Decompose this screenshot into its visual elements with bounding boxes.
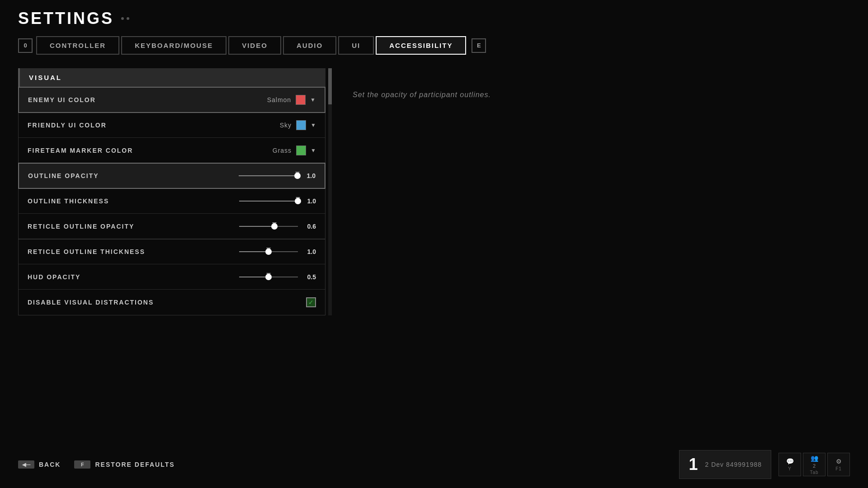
section-header: VISUAL: [18, 68, 326, 87]
friendly-ui-color-value: Sky: [280, 122, 292, 129]
fireteam-marker-color-value-area: Grass ▼: [273, 145, 316, 155]
settings-key: F1: [835, 466, 842, 471]
outline-opacity-slider-container: 1.0: [239, 172, 316, 179]
scrollbar[interactable]: [328, 68, 332, 315]
title-text: SETTINGS: [18, 9, 114, 28]
back-button[interactable]: ◀— Back: [18, 460, 61, 469]
hud-icons: 💬 Y 👥 2 Tab ⚙ F1: [778, 453, 850, 476]
restore-defaults-button[interactable]: F Restore Defaults: [74, 460, 175, 469]
dot-1: [121, 17, 124, 20]
main-content: VISUAL ENEMY UI COLOR Salmon ▼ FRIENDLY …: [18, 68, 850, 315]
chat-key: Y: [788, 466, 792, 471]
setting-reticle-outline-thickness[interactable]: RETICLE OUTLINE THICKNESS 1.0: [19, 239, 325, 264]
back-key-icon: ◀—: [18, 460, 34, 469]
title-decoration: [121, 17, 129, 20]
restore-key-icon: F: [74, 460, 90, 469]
friendly-ui-color-label: FRIENDLY UI COLOR: [28, 122, 107, 129]
bottom-actions: ◀— Back F Restore Defaults: [18, 460, 175, 469]
tab-ui[interactable]: UI: [338, 36, 374, 55]
tab-keyboard-mouse[interactable]: KEYBOARD/MOUSE: [121, 36, 226, 55]
setting-hud-opacity[interactable]: HUD OPACITY 0.5: [19, 264, 325, 290]
setting-fireteam-marker-color[interactable]: FIRETEAM MARKER COLOR Grass ▼: [19, 138, 325, 163]
players-badge: 2: [813, 463, 816, 469]
disable-visual-distractions-label: DISABLE VISUAL DISTRACTIONS: [28, 299, 154, 306]
tabs-row: 0 CONTROLLER KEYBOARD/MOUSE VIDEO AUDIO …: [18, 36, 850, 55]
hud-opacity-value: 0.5: [303, 273, 316, 281]
enemy-ui-color-arrow: ▼: [310, 97, 316, 103]
tab-audio[interactable]: AUDIO: [283, 36, 336, 55]
players-key: Tab: [810, 470, 818, 475]
setting-disable-visual-distractions[interactable]: DISABLE VISUAL DISTRACTIONS ✓: [19, 290, 325, 315]
reticle-outline-opacity-thumb[interactable]: [271, 223, 278, 230]
restore-defaults-label: Restore Defaults: [95, 461, 175, 468]
fireteam-marker-color-arrow: ▼: [311, 147, 316, 154]
fireteam-marker-color-value: Grass: [273, 147, 292, 154]
reticle-outline-thickness-thumb[interactable]: [265, 249, 272, 255]
hud-opacity-label: HUD OPACITY: [28, 273, 80, 281]
hud-opacity-slider-container: 0.5: [239, 273, 316, 281]
reticle-outline-opacity-fill: [239, 226, 274, 227]
fireteam-marker-color-swatch: [296, 145, 306, 155]
settings-panel: VISUAL ENEMY UI COLOR Salmon ▼ FRIENDLY …: [18, 68, 326, 315]
reticle-outline-opacity-label: RETICLE OUTLINE OPACITY: [28, 223, 134, 230]
tab-accessibility[interactable]: ACCESSIBILITY: [376, 36, 466, 55]
player-id: 2 Dev 849991988: [705, 461, 762, 468]
disable-visual-distractions-checkbox[interactable]: ✓: [306, 297, 316, 307]
hud-icon-players[interactable]: 👥 2 Tab: [803, 453, 826, 476]
checkbox-checkmark: ✓: [308, 299, 314, 306]
reticle-outline-thickness-fill: [239, 251, 269, 252]
outline-thickness-thumb[interactable]: [295, 198, 301, 204]
bottom-right: 1 2 Dev 849991988 💬 Y 👥 2 Tab ⚙ F1: [679, 450, 850, 479]
enemy-ui-color-value: Salmon: [267, 96, 291, 103]
tab-controller[interactable]: CONTROLLER: [36, 36, 119, 55]
tab-badge-right: E: [472, 38, 486, 53]
disable-visual-distractions-checkbox-container: ✓: [306, 297, 316, 307]
gear-icon: ⚙: [836, 458, 842, 465]
setting-outline-thickness[interactable]: OUTLINE THICKNESS 1.0: [19, 188, 325, 214]
enemy-ui-color-swatch: [296, 95, 306, 105]
reticle-outline-thickness-slider-container: 1.0: [239, 248, 316, 255]
outline-opacity-thumb[interactable]: [294, 173, 301, 179]
hud-icon-chat[interactable]: 💬 Y: [778, 453, 801, 476]
scrollbar-thumb[interactable]: [328, 68, 332, 104]
players-icon: 👥: [811, 455, 818, 462]
description-panel: Set the opacity of participant outlines.: [353, 68, 850, 315]
setting-friendly-ui-color[interactable]: FRIENDLY UI COLOR Sky ▼: [19, 113, 325, 138]
setting-enemy-ui-color[interactable]: ENEMY UI COLOR Salmon ▼: [19, 87, 325, 113]
setting-reticle-outline-opacity[interactable]: RETICLE OUTLINE OPACITY 0.6: [19, 214, 325, 239]
reticle-outline-opacity-track[interactable]: [239, 226, 298, 227]
hud-icon-settings[interactable]: ⚙ F1: [827, 453, 850, 476]
bottom-bar: ◀— Back F Restore Defaults 1 2 Dev 84999…: [18, 450, 850, 479]
section-label: VISUAL: [29, 74, 62, 81]
player-number: 1: [689, 455, 698, 474]
reticle-outline-thickness-label: RETICLE OUTLINE THICKNESS: [28, 248, 145, 255]
reticle-outline-thickness-track[interactable]: [239, 251, 298, 252]
setting-outline-opacity[interactable]: OUTLINE OPACITY 1.0: [19, 163, 325, 188]
friendly-ui-color-arrow: ▼: [311, 122, 316, 128]
dot-2: [127, 17, 129, 20]
outline-thickness-fill: [239, 201, 298, 202]
reticle-outline-opacity-value: 0.6: [303, 223, 316, 230]
outline-opacity-fill: [239, 175, 297, 176]
enemy-ui-color-value-area: Salmon ▼: [267, 95, 316, 105]
outline-thickness-value: 1.0: [303, 197, 316, 205]
outline-opacity-value: 1.0: [303, 172, 316, 179]
tab-video[interactable]: VIDEO: [228, 36, 281, 55]
tab-badge-left: 0: [18, 38, 33, 53]
outline-opacity-label: OUTLINE OPACITY: [28, 172, 99, 179]
outline-opacity-track[interactable]: [239, 175, 297, 176]
back-label: Back: [39, 461, 61, 468]
hud-opacity-fill: [239, 277, 269, 277]
outline-thickness-track[interactable]: [239, 201, 298, 202]
friendly-ui-color-swatch: [296, 120, 306, 130]
player-info: 1 2 Dev 849991988: [679, 450, 771, 479]
description-text: Set the opacity of participant outlines.: [353, 91, 491, 99]
outline-thickness-slider-container: 1.0: [239, 197, 316, 205]
fireteam-marker-color-label: FIRETEAM MARKER COLOR: [28, 147, 133, 154]
hud-opacity-track[interactable]: [239, 277, 298, 277]
hud-opacity-thumb[interactable]: [265, 274, 272, 280]
reticle-outline-opacity-slider-container: 0.6: [239, 223, 316, 230]
settings-list: ENEMY UI COLOR Salmon ▼ FRIENDLY UI COLO…: [18, 87, 326, 315]
outline-thickness-label: OUTLINE THICKNESS: [28, 197, 109, 205]
enemy-ui-color-label: ENEMY UI COLOR: [28, 96, 96, 103]
